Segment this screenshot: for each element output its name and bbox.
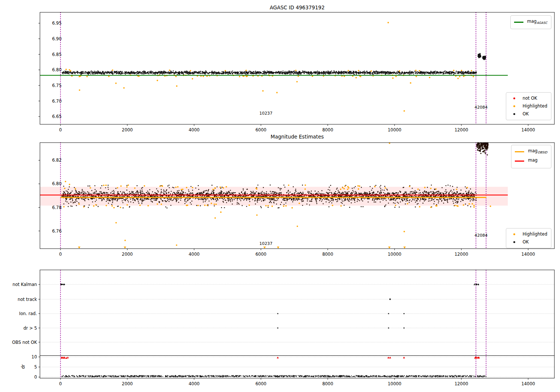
figure: AGASC ID 496379192 Magnitude Estimates m… [0, 0, 560, 392]
legend-item-ok: OK [510, 238, 547, 246]
annotation-42084: 42084 [475, 233, 488, 237]
x-tick-label-2000: 2000 [122, 381, 133, 386]
y-tick-label-6.82: 6.82 [24, 158, 62, 163]
clipped-low-triangle [277, 246, 279, 249]
ok-points-band [62, 70, 477, 75]
legend-item-mag-obsid: magOBSID [515, 147, 547, 156]
legend-label: Highlighted [523, 230, 547, 238]
y-tick-label-6.80: 6.80 [24, 67, 62, 72]
y-tick-label-6.76: 6.76 [24, 228, 62, 234]
not-kalman-points [60, 283, 479, 285]
legend-label: Highlighted [523, 102, 547, 110]
dr10-red-marker [65, 357, 67, 359]
y-tick-label-6.95: 6.95 [24, 21, 62, 26]
x-tick-label-4000: 4000 [189, 127, 199, 133]
legend-item-highlighted: Highlighted [510, 102, 547, 110]
plot2-title: Magnitude Estimates [40, 134, 554, 140]
legend-label: magOBSID [528, 147, 547, 156]
x-tick-label-6000: 6000 [255, 381, 266, 386]
ok-points-cluster-clipped [476, 142, 489, 155]
legend-mag-lines: magOBSID mag [511, 145, 551, 168]
x-tick-label-8000: 8000 [322, 381, 333, 386]
red-line-swatch [515, 161, 524, 162]
dr-points-band [62, 375, 486, 377]
y-tick-label-6.75: 6.75 [24, 83, 62, 88]
y-tick-label-6.65: 6.65 [24, 114, 62, 119]
x-tick-label-14000: 14000 [521, 252, 535, 257]
y-tick-label-6.85: 6.85 [24, 52, 62, 57]
dr-tick-label-10: 10 [24, 354, 37, 360]
x-tick-label-4000: 4000 [189, 381, 199, 386]
legend-label: OK [523, 238, 529, 246]
ion-rad-point [277, 313, 278, 314]
x-tick-label-2000: 2000 [122, 127, 133, 133]
flag-gridlines [40, 284, 554, 377]
clipped-low-triangle [264, 246, 266, 249]
clipped-low-triangle [403, 246, 405, 249]
legend-label: mag [528, 156, 538, 166]
x-tick-label-0: 0 [59, 127, 62, 133]
annotation-10237: 10237 [259, 241, 273, 246]
dr10-red-marker [389, 357, 391, 358]
not-track-point [389, 299, 391, 300]
red-dot-swatch [513, 97, 515, 99]
x-tick-label-2000: 2000 [122, 252, 133, 257]
legend-point-types-middle: Highlighted OK [506, 228, 551, 248]
orange-line-swatch [515, 151, 524, 152]
green-line-swatch [514, 22, 523, 23]
xticks-plot2 [60, 378, 528, 380]
x-tick-label-10000: 10000 [388, 127, 402, 133]
black-dot-swatch [513, 113, 515, 115]
clipped-low-triangle [124, 246, 126, 249]
legend-item-not-ok: not OK [510, 94, 547, 102]
annotation-42084: 42084 [475, 105, 488, 109]
legend-label: magAGASC [527, 18, 547, 27]
axes-border-plot2 [40, 270, 554, 378]
orange-dot-swatch [513, 233, 515, 235]
y-tick-label-6.78: 6.78 [24, 205, 62, 210]
x-tick-label-6000: 6000 [255, 127, 266, 133]
xticks-plot0 [60, 124, 528, 126]
category-label: OBS not OK [0, 340, 37, 345]
y-tick-label-6.90: 6.90 [24, 36, 62, 41]
highlighted-clipped-markers [78, 246, 406, 249]
vlines-plot2 [60, 270, 486, 378]
annotation-10237: 10237 [259, 111, 273, 116]
y-tick-label-6.80: 6.80 [24, 181, 62, 186]
legend-item-mag-agasc: magAGASC [514, 18, 547, 27]
category-label: dr > 5 [0, 326, 37, 331]
clipped-low-triangle [78, 246, 80, 249]
category-label: not Kalman [0, 282, 37, 287]
x-tick-label-12000: 12000 [454, 252, 468, 257]
x-tick-label-4000: 4000 [189, 252, 199, 257]
x-tick-label-12000: 12000 [454, 127, 468, 133]
not-ok-dr10-points [60, 357, 480, 359]
category-label: Ion. rad. [0, 311, 37, 316]
x-tick-label-10000: 10000 [388, 381, 402, 386]
y-tick-label-6.70: 6.70 [24, 99, 62, 104]
x-tick-label-14000: 14000 [521, 127, 535, 133]
clipped-low-triangle [388, 246, 391, 249]
ion-rad-point [388, 313, 389, 314]
x-tick-label-0: 0 [59, 381, 62, 386]
x-tick-label-8000: 8000 [322, 127, 333, 133]
plot1-title: AGASC ID 496379192 [40, 4, 554, 10]
x-tick-label-14000: 14000 [521, 381, 535, 386]
xticks-plot1 [60, 249, 528, 250]
category-label: not track [0, 297, 37, 302]
vlines-plot0 [60, 12, 486, 124]
dr10-red-marker [67, 357, 69, 358]
dr-gt-5-point [277, 327, 278, 329]
ok-points-cluster [477, 53, 486, 60]
orange-dot-swatch [513, 105, 515, 107]
x-tick-label-10000: 10000 [388, 252, 402, 257]
legend-point-types-top: not OK Highlighted OK [506, 92, 551, 120]
ion-rad-point [404, 313, 405, 314]
dr-gt-5-point [388, 327, 389, 329]
legend-mag-agasc: magAGASC [510, 15, 551, 29]
x-tick-label-6000: 6000 [255, 252, 266, 257]
dr-tick-label-0: 0 [24, 374, 37, 380]
x-tick-label-12000: 12000 [454, 381, 468, 386]
legend-item-highlighted: Highlighted [510, 230, 547, 238]
x-tick-label-8000: 8000 [322, 252, 333, 257]
